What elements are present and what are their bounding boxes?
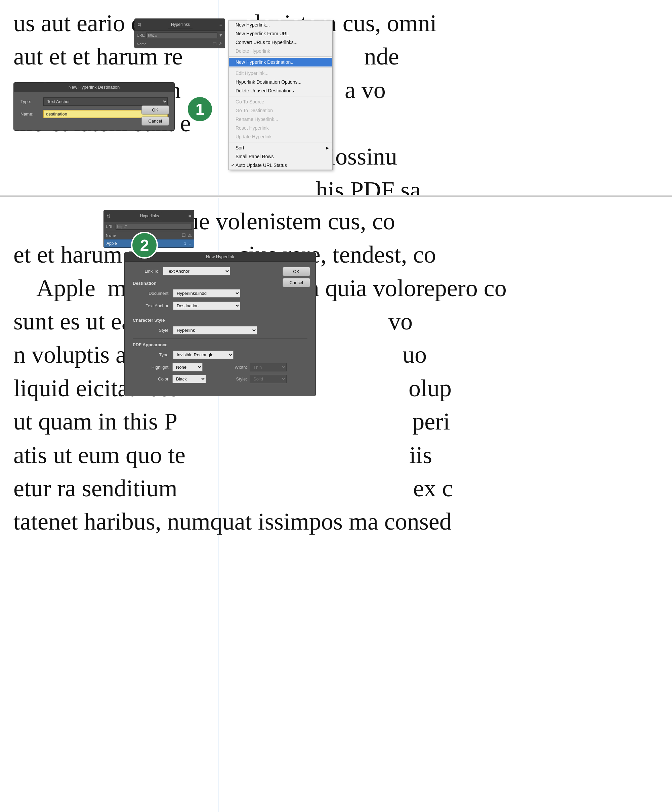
new-dest-type-row: Type: Text Anchor [21,97,168,106]
panel-menu-icon-bottom[interactable]: ≡ [188,213,191,219]
new-dest-dialog-body: OK Cancel Type: Text Anchor Name: [14,92,174,125]
menu-item-update-hyperlink: Update Hyperlink [229,132,332,141]
nh-width-col: Width: Thin [224,363,308,375]
panel-title-top: Hyperlinks [168,20,193,29]
bot-bg-line1: oes seque volenistem cus, co [14,208,395,235]
nh-destination-title: Destination [133,281,308,286]
panel-warning-icon: ⚠ [219,41,223,46]
nh-char-style-title: Character Style [133,318,308,323]
panel-new-icon[interactable]: ☐ [213,41,217,46]
bot-bg-line8: atis ut eum quo te iis [14,442,432,469]
menu-item-small-panel-rows[interactable]: Small Panel Rows [229,152,332,161]
panel-chain-icon-bottom: ⛓ [106,214,111,218]
nh-ok-button[interactable]: OK [282,267,310,276]
nh-style-label: Style: [133,328,170,333]
menu-item-go-to-source: Go To Source [229,97,332,106]
step2-badge: 2 [131,232,158,259]
new-dest-cancel-button[interactable]: Cancel [142,116,169,126]
nh-two-col-row2: Color: Black Style: Solid [133,375,308,387]
panel-url-input-bottom[interactable] [116,223,192,230]
nh-dialog-body: OK Cancel Link To: Text Anchor Destinati… [125,262,316,389]
nh-text-anchor-label: Text Anchor: [133,303,170,308]
panel-name-icons-top: ☐ ⚠ [213,41,223,46]
new-dest-type-select[interactable]: Text Anchor [43,97,168,106]
new-hyperlink-dialog: New Hyperlink OK Cancel Link To: Text An… [124,252,316,396]
menu-separator-4 [229,142,332,142]
bot-bg-line10: tatenet haribus, numquat issimpos ma con… [14,508,451,535]
panel-titlebar-top: ⛓ Hyperlinks ≡ [135,19,225,31]
nh-color-label: Color: [133,377,170,382]
panel-chain-icon: ⛓ [137,22,142,27]
bg-text-line6: his PDF sa [14,177,421,195]
bot-bg-line9: etur ra senditium ex c [14,475,453,502]
nh-style2-select: Solid [250,375,287,383]
nh-highlight-row: Highlight: None [133,363,217,372]
menu-separator-3 [229,96,332,96]
new-dest-dialog-title: New Hyperlink Destination [14,83,174,92]
menu-item-auto-update[interactable]: Auto Update URL Status [229,161,332,170]
bg-text-line5: t iossinu [14,143,397,170]
nh-style-select[interactable]: Hyperlink [173,326,257,334]
panel-url-label-top: URL: [137,33,145,37]
nh-link-to-select[interactable]: Text Anchor [163,267,230,275]
menu-item-rename-hyperlink: Rename Hyperlink... [229,115,332,124]
menu-item-sort[interactable]: Sort [229,143,332,152]
menu-item-reset-hyperlink: Reset Hyperlink [229,124,332,132]
menu-item-new-hyperlink[interactable]: New Hyperlink... [229,20,332,29]
bottom-background-text: oes seque volenistem cus, co et et harum… [0,198,672,812]
nh-separator-2 [133,338,308,339]
nh-style2-col: Style: Solid [224,375,308,387]
nh-style2-row: Style: Solid [224,375,308,383]
panel-url-dropdown-btn[interactable]: ▼ [219,33,223,38]
nh-highlight-col: Highlight: None [133,363,217,375]
nh-color-col: Color: Black [133,375,217,387]
new-dest-dialog-buttons: OK Cancel [142,106,169,126]
nh-cancel-button[interactable]: Cancel [282,278,310,287]
bottom-section: oes seque volenistem cus, co et et harum… [0,198,672,812]
panel-titlebar-bottom: ⛓ Hyperlinks ≡ [104,210,194,222]
panel-url-row-top: URL: ▼ [135,31,225,40]
menu-item-convert-urls[interactable]: Convert URLs to Hyperlinks... [229,38,332,47]
nh-document-select[interactable]: Hyperlinks.indd [173,289,240,297]
nh-text-anchor-select[interactable]: Destination [173,302,240,310]
menu-item-hyperlink-dest-options[interactable]: Hyperlink Destination Options... [229,78,332,86]
menu-item-delete-unused[interactable]: Delete Unused Destinations [229,86,332,95]
nh-width-select: Thin [250,363,287,372]
nh-width-label: Width: [224,365,247,370]
menu-item-edit-hyperlink: Edit Hyperlink... [229,69,332,78]
nh-link-to-label: Link To: [133,269,160,274]
new-dest-name-label: Name: [21,111,41,116]
nh-color-select[interactable]: Black [173,375,206,383]
panel-icons-top: ≡ [219,22,222,27]
new-dest-dialog: New Hyperlink Destination OK Cancel Type… [14,82,175,131]
nh-highlight-label: Highlight: [133,365,170,370]
panel-list-item-num: 1 [184,241,186,246]
panel-list-item-icon: ↓ [189,241,191,246]
bot-bg-line7: ut quam in this P peri [14,408,450,435]
nh-pdf-type-select[interactable]: Invisible Rectangle [173,351,234,359]
menu-separator-1 [229,56,332,57]
panel-name-row-top: Name ☐ ⚠ [135,40,225,48]
nh-document-row: Document: Hyperlinks.indd [133,289,308,297]
nh-highlight-select[interactable]: None [173,363,203,372]
panel-url-input-top[interactable] [147,32,217,38]
panel-name-label-top: Name [137,42,147,46]
menu-item-new-hyperlink-from-url[interactable]: New Hyperlink From URL [229,29,332,38]
nh-style2-label: Style: [224,377,247,382]
panel-warning-icon-bottom: ⚠ [188,233,192,238]
panel-name-label-bottom: Name [106,234,116,237]
menu-item-new-hyperlink-dest[interactable]: New Hyperlink Destination... [229,58,332,67]
nh-document-label: Document: [133,291,170,296]
nh-link-to-row: Link To: Text Anchor [133,267,308,275]
panel-menu-icon-top[interactable]: ≡ [219,22,222,27]
panel-title-bottom: Hyperlinks [137,212,162,220]
panel-new-icon-bottom[interactable]: ☐ [182,233,186,238]
nh-pdf-type-label: Type: [133,352,170,357]
panel-name-icons-bottom: ☐ ⚠ [182,233,192,238]
nh-width-row: Width: Thin [224,363,308,372]
menu-item-delete-hyperlink: Delete Hyperlink [229,47,332,55]
panel-url-row-bottom: URL: [104,222,194,231]
new-dest-ok-button[interactable]: OK [142,106,169,114]
nh-color-row: Color: Black [133,375,217,383]
nh-two-col-row: Highlight: None Width: Thin [133,363,308,375]
